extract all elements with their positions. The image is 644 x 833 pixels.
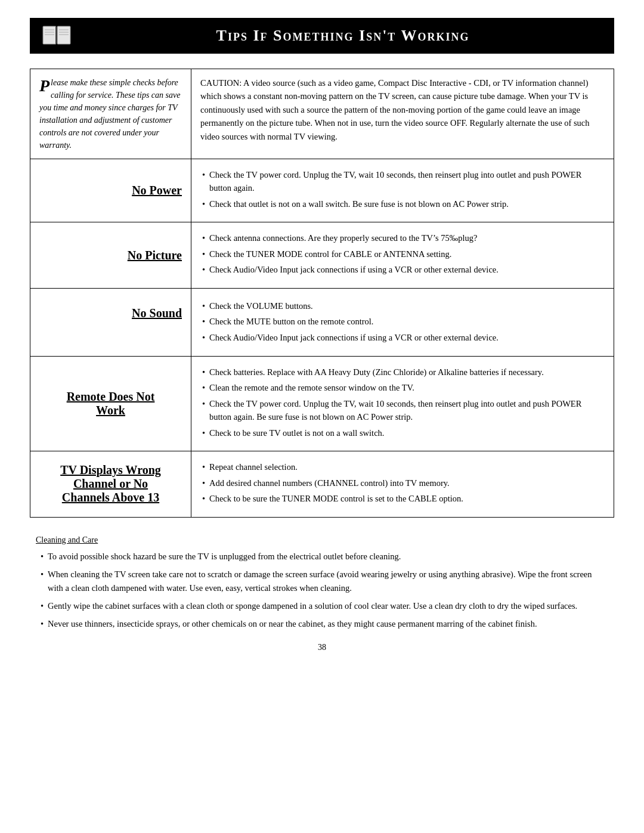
- caution-text: CAUTION: A video source (such as a video…: [200, 78, 590, 141]
- no-picture-content: Check antenna connections. Are they prop…: [191, 222, 614, 287]
- no-sound-label: No Sound: [132, 306, 182, 320]
- drop-cap-p: P: [39, 78, 49, 94]
- cleaning-section: Cleaning and Care To avoid possible shoc…: [30, 535, 614, 631]
- remote-bullet-4: Check to be sure TV outlet is not on a w…: [202, 426, 603, 439]
- tv-displays-bullets: Repeat channel selection. Add desired ch…: [202, 460, 603, 505]
- no-power-bullet-1: Check the TV power cord. Unplug the TV, …: [202, 168, 603, 195]
- remote-content: Check batteries. Replace with AA Heavy D…: [191, 357, 614, 451]
- no-picture-label-cell: No Picture: [30, 222, 191, 287]
- page-header: Tips If Something Isn't Working: [30, 18, 614, 54]
- remote-row: Remote Does Not Work Check batteries. Re…: [30, 357, 614, 451]
- cleaning-bullet-3: Gently wipe the cabinet surfaces with a …: [36, 599, 608, 612]
- no-power-label-cell: No Power: [30, 159, 191, 222]
- no-sound-bullet-3: Check Audio/Video Input jack connections…: [202, 331, 603, 344]
- svg-rect-0: [43, 26, 56, 44]
- intro-text-cell: Please make these simple checks before c…: [30, 69, 191, 159]
- svg-rect-1: [57, 26, 70, 44]
- remote-bullet-1: Check batteries. Replace with AA Heavy D…: [202, 366, 603, 379]
- no-sound-label-cell: No Sound: [30, 289, 191, 356]
- tv-displays-label-line3: Channels Above 13: [62, 491, 159, 504]
- intro-paragraph: Please make these simple checks before c…: [39, 76, 182, 151]
- no-picture-label: No Picture: [128, 249, 182, 262]
- tv-displays-label-line2: Channel or No: [73, 477, 148, 491]
- remote-label-line2: Work: [96, 404, 125, 417]
- remote-bullets: Check batteries. Replace with AA Heavy D…: [202, 366, 603, 439]
- no-power-label: No Power: [132, 184, 182, 197]
- page-number: 38: [30, 643, 614, 652]
- tv-displays-row: TV Displays Wrong Channel or No Channels…: [30, 451, 614, 516]
- tv-displays-bullet-2: Add desired channel numbers (CHANNEL con…: [202, 476, 603, 490]
- cleaning-bullet-2: When cleaning the TV screen take care no…: [36, 568, 608, 594]
- intro-row: Please make these simple checks before c…: [30, 69, 614, 159]
- remote-label-cell: Remote Does Not Work: [30, 357, 191, 451]
- remote-bullet-2: Clean the remote and the remote sensor w…: [202, 381, 603, 394]
- remote-bullet-3: Check the TV power cord. Unplug the TV, …: [202, 397, 603, 424]
- cleaning-bullet-1: To avoid possible shock hazard be sure t…: [36, 550, 608, 563]
- no-sound-bullet-2: Check the MUTE button on the remote cont…: [202, 315, 603, 328]
- remote-label-line1: Remote Does Not: [67, 390, 155, 404]
- book-icon: [42, 24, 72, 48]
- tv-displays-content: Repeat channel selection. Add desired ch…: [191, 451, 614, 516]
- cleaning-title: Cleaning and Care: [36, 535, 608, 545]
- no-picture-bullet-3: Check Audio/Video Input jack connections…: [202, 263, 603, 276]
- no-sound-bullets: Check the VOLUME buttons. Check the MUTE…: [202, 299, 603, 344]
- cleaning-bullet-4: Never use thinners, insecticide sprays, …: [36, 617, 608, 630]
- no-picture-bullets: Check antenna connections. Are they prop…: [202, 231, 603, 276]
- main-content-box: Please make these simple checks before c…: [30, 69, 614, 518]
- no-picture-row: No Picture Check antenna connections. Ar…: [30, 222, 614, 288]
- no-picture-bullet-2: Check the TUNER MODE control for CABLE o…: [202, 247, 603, 261]
- no-power-bullets: Check the TV power cord. Unplug the TV, …: [202, 168, 603, 210]
- no-power-bullet-2: Check that outlet is not on a wall switc…: [202, 197, 603, 210]
- tv-displays-label-line1: TV Displays Wrong: [60, 463, 161, 477]
- tv-displays-label-cell: TV Displays Wrong Channel or No Channels…: [30, 451, 191, 516]
- no-sound-bullet-1: Check the VOLUME buttons.: [202, 299, 603, 312]
- page-title: Tips If Something Isn't Working: [83, 27, 602, 45]
- no-power-content: Check the TV power cord. Unplug the TV, …: [191, 159, 614, 222]
- no-sound-row: No Sound Check the VOLUME buttons. Check…: [30, 289, 614, 357]
- tv-displays-bullet-1: Repeat channel selection.: [202, 460, 603, 473]
- no-power-row: No Power Check the TV power cord. Unplug…: [30, 159, 614, 222]
- cleaning-bullets: To avoid possible shock hazard be sure t…: [36, 550, 608, 631]
- no-sound-content: Check the VOLUME buttons. Check the MUTE…: [191, 289, 614, 356]
- no-picture-bullet-1: Check antenna connections. Are they prop…: [202, 231, 603, 244]
- tv-displays-bullet-3: Check to be sure the TUNER MODE control …: [202, 492, 603, 505]
- caution-text-cell: CAUTION: A video source (such as a video…: [191, 69, 614, 159]
